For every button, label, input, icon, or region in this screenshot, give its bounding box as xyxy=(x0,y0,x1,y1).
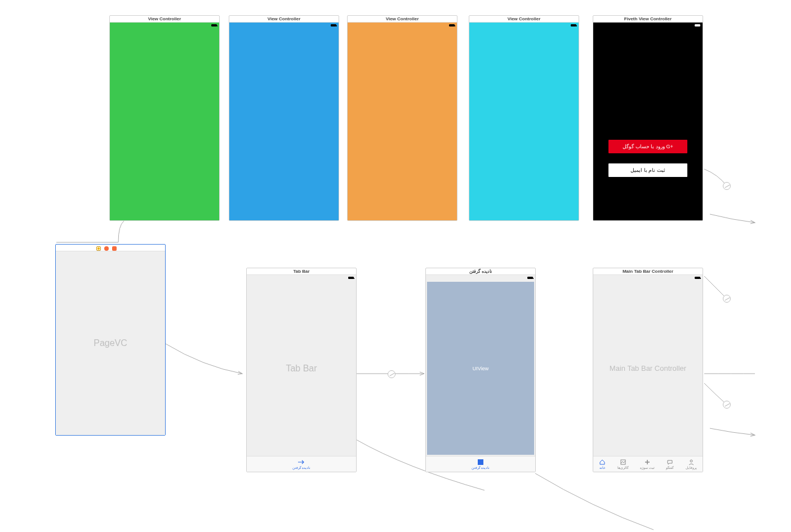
status-bar xyxy=(247,275,356,281)
view: UIView xyxy=(426,281,535,456)
scene-login[interactable]: Fiveth View Controller ورود با حساب گوگل… xyxy=(593,15,703,221)
scene-title: View Controller xyxy=(229,16,339,23)
scene-tabbar[interactable]: Tab Bar Tab Bar نادیده گرفتن xyxy=(246,268,357,472)
tab-label: گفتگو xyxy=(666,466,674,469)
scene-main-tabbar[interactable]: Main Tab Bar Controller Main Tab Bar Con… xyxy=(593,268,703,472)
status-bar xyxy=(110,23,219,28)
battery-icon xyxy=(331,24,336,26)
segue-icon[interactable] xyxy=(723,182,731,190)
battery-icon xyxy=(695,24,700,26)
tab-home[interactable]: خانه xyxy=(599,459,606,469)
tab-label: گالری‌ها xyxy=(617,466,629,469)
scene-title: Fiveth View Controller xyxy=(593,16,703,23)
vc-icon xyxy=(96,246,101,251)
segue-icon[interactable] xyxy=(723,401,731,409)
scene-title: Tab Bar xyxy=(247,268,356,275)
google-login-button[interactable]: ورود با حساب گوگل G+ xyxy=(608,140,687,153)
tab-gallery[interactable]: گالری‌ها xyxy=(617,459,629,469)
battery-icon xyxy=(449,24,455,26)
tab-label: خانه xyxy=(599,466,606,469)
svg-point-1 xyxy=(690,460,692,462)
scene-title: View Controller xyxy=(469,16,579,23)
uiview-label: UIView xyxy=(473,366,488,371)
status-bar xyxy=(593,23,703,28)
view xyxy=(469,28,579,220)
status-bar xyxy=(593,275,703,281)
view xyxy=(229,28,339,220)
plus-icon xyxy=(644,459,651,466)
segue-icon[interactable] xyxy=(388,370,396,378)
battery-icon xyxy=(695,277,700,279)
placeholder-label: Tab Bar xyxy=(286,363,317,374)
scene-vc-3[interactable]: View Controller xyxy=(347,15,457,221)
uiview: UIView xyxy=(427,282,534,455)
exit-icon xyxy=(104,246,109,251)
battery-icon xyxy=(527,277,533,279)
home-icon xyxy=(599,459,606,466)
tab-bar: خانه گالری‌ها ثبت سوژه گفتگو پروفایل xyxy=(593,456,703,472)
view: PageVC xyxy=(56,251,165,435)
view: ورود با حساب گوگل G+ ثبت نام با ایمیل xyxy=(593,28,703,220)
view: Tab Bar xyxy=(247,281,356,456)
tab-profile[interactable]: پروفایل xyxy=(686,459,697,469)
scene-vc-2[interactable]: View Controller xyxy=(229,15,339,221)
email-signup-button[interactable]: ثبت نام با ایمیل xyxy=(608,163,687,177)
scene-title: View Controller xyxy=(110,16,219,23)
tab-label: پروفایل xyxy=(686,466,697,469)
gallery-icon xyxy=(620,459,626,466)
arrow-right-icon xyxy=(297,459,305,465)
battery-icon xyxy=(571,24,576,26)
battery-icon xyxy=(348,277,354,279)
view: Main Tab Bar Controller xyxy=(593,281,703,456)
scene-pagevc[interactable]: PageVC xyxy=(55,244,166,436)
scene-title: Main Tab Bar Controller xyxy=(593,268,703,275)
tab-bar: نادیده گرفتن xyxy=(247,456,356,472)
tab-bar: نادیده گرفتن xyxy=(426,456,535,472)
view xyxy=(348,28,457,220)
segue-icon[interactable] xyxy=(723,295,731,303)
chat-icon xyxy=(666,459,673,466)
scene-vc-4[interactable]: View Controller xyxy=(469,15,579,221)
scene-vc-1[interactable]: View Controller xyxy=(109,15,220,221)
scene-title: View Controller xyxy=(348,16,457,23)
view xyxy=(110,28,219,220)
tab-item-label[interactable]: نادیده گرفتن xyxy=(472,466,490,469)
status-bar xyxy=(469,23,579,28)
tab-item-label[interactable]: نادیده گرفتن xyxy=(292,466,311,469)
selection-indicators xyxy=(96,246,117,251)
status-bar xyxy=(426,275,535,281)
battery-icon xyxy=(211,24,217,26)
first-responder-icon xyxy=(112,246,117,251)
tab-add[interactable]: ثبت سوژه xyxy=(640,459,655,469)
scene-title: نادیده گرفتن xyxy=(426,268,535,275)
tab-label: ثبت سوژه xyxy=(640,466,655,469)
placeholder-label: PageVC xyxy=(94,338,127,348)
square-icon xyxy=(478,459,483,465)
tab-chat[interactable]: گفتگو xyxy=(666,459,674,469)
scene-ignored[interactable]: نادیده گرفتن UIView نادیده گرفتن xyxy=(425,268,536,472)
status-bar xyxy=(229,23,339,28)
placeholder-label: Main Tab Bar Controller xyxy=(610,364,686,373)
scene-title-bar xyxy=(56,245,165,251)
status-bar xyxy=(348,23,457,28)
profile-icon xyxy=(688,459,695,466)
